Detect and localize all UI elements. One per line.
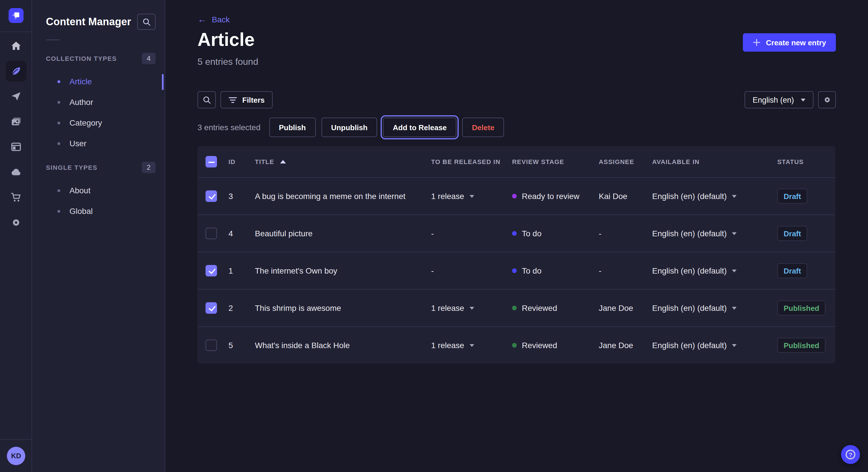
cell-available-in[interactable]: English (en) (default)	[652, 266, 777, 275]
column-available-in[interactable]: AVAILABLE IN	[652, 158, 777, 165]
cell-review-stage: To do	[512, 229, 599, 238]
sidebar-item-label: Author	[69, 98, 93, 107]
cell-release[interactable]: -	[431, 266, 512, 275]
cell-release[interactable]: 1 release	[431, 341, 512, 350]
sidebar-divider	[46, 40, 60, 40]
single-types-list: About Global	[32, 180, 165, 222]
main-nav-rail: KD	[0, 0, 32, 472]
table-row[interactable]: 3 A bug is becoming a meme on the intern…	[197, 177, 835, 214]
content-type-builder-icon[interactable]	[10, 141, 22, 153]
table-row[interactable]: 1 The internet's Own boy - To do - Engli…	[197, 252, 835, 289]
help-button[interactable]: ?	[841, 445, 860, 464]
cell-available-in[interactable]: English (en) (default)	[652, 341, 777, 350]
content-manager-icon[interactable]	[5, 61, 26, 81]
table-row[interactable]: 2 This shrimp is awesome 1 release Revie…	[197, 289, 835, 326]
row-checkbox[interactable]	[206, 265, 217, 276]
plus-icon	[753, 38, 761, 46]
column-review-stage[interactable]: REVIEW STAGE	[512, 158, 599, 165]
cell-title: What's inside a Black Hole	[255, 341, 431, 350]
table-row[interactable]: 4 Beautiful picture - To do - English (e…	[197, 214, 835, 252]
sidebar-item-label: Category	[69, 118, 102, 127]
sidebar-item-about[interactable]: About	[32, 180, 165, 201]
cell-id: 4	[228, 229, 255, 238]
cell-id: 2	[228, 303, 255, 312]
stage-dot	[512, 231, 517, 236]
column-title[interactable]: TITLE	[255, 158, 431, 165]
media-library-icon[interactable]	[10, 116, 22, 127]
main-content: ← Back Article 5 entries found Create ne…	[165, 0, 868, 472]
bullet-icon	[57, 210, 60, 212]
cell-available-in[interactable]: English (en) (default)	[652, 229, 777, 238]
sidebar-item-user[interactable]: User	[32, 133, 165, 154]
marketplace-icon[interactable]	[10, 192, 22, 203]
filters-button[interactable]: Filters	[220, 91, 273, 108]
arrow-left-icon: ←	[197, 15, 207, 24]
sort-ascending-icon	[280, 160, 286, 164]
cloud-icon[interactable]	[10, 166, 22, 178]
cell-release[interactable]: 1 release	[431, 192, 512, 201]
table-row[interactable]: 5 What's inside a Black Hole 1 release R…	[197, 326, 835, 364]
app-window: KD Content Manager COLLECTION TYPES 4 Ar…	[0, 0, 868, 472]
column-assignee[interactable]: ASSIGNEE	[599, 158, 652, 165]
locale-value: English (en)	[753, 96, 794, 104]
chevron-down-icon	[801, 98, 805, 101]
releases-icon[interactable]	[10, 91, 22, 102]
toolbar: Filters English (en)	[197, 91, 836, 108]
row-checkbox[interactable]	[206, 228, 217, 239]
cell-review-stage: Ready to review	[512, 192, 599, 201]
sidebar-item-label: Article	[69, 77, 92, 86]
column-to-be-released-in[interactable]: TO BE RELEASED IN	[431, 158, 512, 165]
cell-assignee: Jane Doe	[599, 341, 652, 350]
status-badge: Published	[777, 338, 826, 353]
cell-assignee: Kai Doe	[599, 192, 652, 201]
entries-table: ID TITLE TO BE RELEASED IN REVIEW STAGE …	[197, 146, 835, 364]
sidebar-item-author[interactable]: Author	[32, 92, 165, 112]
cell-assignee: Jane Doe	[599, 303, 652, 312]
chevron-down-icon	[732, 269, 737, 272]
list-settings-button[interactable]	[818, 91, 836, 108]
sidebar-item-category[interactable]: Category	[32, 112, 165, 133]
sidebar-item-global[interactable]: Global	[32, 201, 165, 222]
collection-types-label: COLLECTION TYPES	[46, 55, 117, 62]
cell-available-in[interactable]: English (en) (default)	[652, 303, 777, 312]
cell-assignee: -	[599, 229, 652, 238]
sidebar-search-button[interactable]	[137, 14, 156, 30]
cell-release[interactable]: -	[431, 229, 512, 238]
add-to-release-button[interactable]: Add to Release	[383, 117, 456, 137]
publish-button[interactable]: Publish	[269, 117, 315, 137]
stage-dot	[512, 343, 517, 347]
cell-id: 3	[228, 192, 255, 201]
unpublish-button[interactable]: Unpublish	[321, 117, 377, 137]
delete-button[interactable]: Delete	[462, 117, 504, 137]
collection-types-list: Article Author Category User	[32, 71, 165, 154]
entries-count: 5 entries found	[197, 57, 258, 67]
column-status[interactable]: STATUS	[777, 158, 835, 165]
filter-icon	[228, 97, 237, 103]
create-new-entry-button[interactable]: Create new entry	[743, 33, 836, 52]
row-checkbox[interactable]	[206, 191, 217, 202]
strapi-logo-icon[interactable]	[9, 8, 24, 23]
column-id[interactable]: ID	[228, 158, 255, 165]
cell-review-stage: Reviewed	[512, 341, 599, 350]
settings-icon[interactable]	[10, 217, 22, 228]
question-mark-icon: ?	[846, 450, 856, 460]
cell-available-in[interactable]: English (en) (default)	[652, 192, 777, 201]
cell-id: 1	[228, 266, 255, 275]
locale-select[interactable]: English (en)	[745, 91, 813, 108]
bulk-actions-bar: 3 entries selected Publish Unpublish Add…	[197, 117, 504, 137]
home-icon[interactable]	[10, 40, 22, 52]
sidebar-item-article[interactable]: Article	[32, 71, 165, 92]
search-button[interactable]	[197, 91, 216, 108]
sidebar-item-label: Global	[69, 206, 93, 216]
status-badge: Draft	[777, 226, 807, 241]
back-link[interactable]: ← Back	[197, 15, 229, 24]
status-badge: Draft	[777, 189, 807, 204]
row-checkbox[interactable]	[206, 302, 217, 314]
select-all-checkbox[interactable]	[206, 156, 217, 167]
row-checkbox[interactable]	[206, 339, 217, 351]
user-avatar[interactable]: KD	[7, 447, 25, 465]
release-caret	[469, 307, 474, 309]
cell-release[interactable]: 1 release	[431, 303, 512, 312]
rail-divider	[0, 439, 32, 440]
chevron-down-icon	[732, 344, 737, 347]
